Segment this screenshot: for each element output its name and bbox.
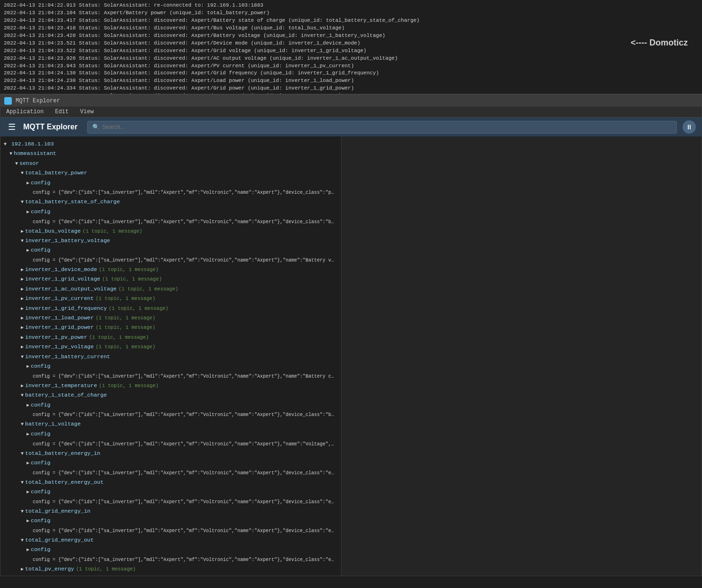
log-line: 2022-04-13 21:04:23.522 Status: SolarAss… [4,47,698,55]
tree-node-total_battery_energy_out[interactable]: ▼total_battery_energy_out [0,478,341,487]
expand-icon-config_tbein: ▶ [25,460,31,467]
search-input[interactable] [102,124,672,130]
expand-icon-inverter_1_pv_power: ▶ [19,334,25,342]
tree-node-config_bv[interactable]: ▶config [0,429,341,439]
menu-view[interactable]: View [78,108,96,116]
expand-icon-config_tbsoc: ▶ [25,208,31,216]
tree-node-total_battery_energy_in[interactable]: ▼total_battery_energy_in [0,449,341,458]
tree-node-total_battery_power[interactable]: ▼total_battery_power [0,168,341,178]
search-icon: 🔍 [92,124,99,131]
tree-config-config_tbein: config = {"dev":{"ids":["sa_inverter"],"… [0,468,341,477]
tree-node-sensor[interactable]: ▼sensor [0,159,341,168]
expand-icon-total_battery_energy_in: ▼ [19,450,25,458]
search-box: 🔍 [87,121,677,134]
tree-node-battery_1_voltage[interactable]: ▼battery_1_voltage [0,419,341,429]
toolbar: ☰ MQTT Explorer 🔍 ⏸ [0,118,702,136]
tree-node-config_tbsoc[interactable]: ▶config [0,207,341,217]
tree-node-config_tbeout[interactable]: ▶config [0,487,341,497]
tree-panel[interactable]: ▼ 192.168.1.103▼homeassistant▼sensor▼tot… [0,136,342,576]
tree-config-config_bsoc: config = {"dev":{"ids":["sa_inverter"],"… [0,410,341,419]
log-line: 2022-04-13 21:04:24.130 Status: SolarAss… [4,70,698,77]
expand-icon-total_grid_energy_out: ▼ [19,537,25,544]
tree-node-inverter_1_device_mode[interactable]: ▶inverter_1_device_mode(1 topic, 1 messa… [0,265,341,274]
tree-node-config_bsoc[interactable]: ▶config [0,400,341,410]
pause-button[interactable]: ⏸ [683,120,696,134]
tree-node-inverter_1_grid_power[interactable]: ▶inverter_1_grid_power(1 topic, 1 messag… [0,323,341,332]
tree-config-config_tgein: config = {"dev":{"ids":["sa_inverter"],"… [0,526,341,535]
log-line: 2022-04-13 21:04:23.417 Status: SolarAss… [4,17,698,25]
domoticz-label: <---- Domoticz [631,38,688,48]
tree-node-inverter_1_ac_output_voltage[interactable]: ▶inverter_1_ac_output_voltage(1 topic, 1… [0,284,341,294]
tree-node-inverter_1_pv_power[interactable]: ▶inverter_1_pv_power(1 topic, 1 message) [0,333,341,342]
log-line: 2022-04-13 21:04:24.543 Status: SolarAss… [4,92,698,95]
tree-node-inverter_1_pv_voltage[interactable]: ▶inverter_1_pv_voltage(1 topic, 1 messag… [0,342,341,352]
expand-icon-config_tbp: ▶ [25,180,31,187]
log-line: 2022-04-13 21:04:23.104 Status: Axpert/B… [4,9,698,17]
tree-node-total_pv_energy[interactable]: ▶total_pv_energy(1 topic, 1 message) [0,564,341,574]
expand-icon-battery_1_state_of_charge: ▼ [19,392,25,399]
expand-icon-total_battery_energy_out: ▼ [19,479,25,487]
expand-icon-config_tgeout: ▶ [25,546,31,554]
mqtt-window: MQTT Explorer Application Edit View ☰ MQ… [0,95,702,576]
mqtt-menubar[interactable]: Application Edit View [0,107,702,118]
log-lines: 2022-04-13 21:04:22.913 Status: SolarAss… [4,2,698,95]
tree-node-inverter_1_grid_voltage[interactable]: ▶inverter_1_grid_voltage(1 topic, 1 mess… [0,274,341,284]
tree-node-total_grid_energy_in[interactable]: ▼total_grid_energy_in [0,507,341,516]
tree-node-inverter_1_battery_current[interactable]: ▼inverter_1_battery_current [0,352,341,362]
expand-icon-homeassistant: ▼ [8,150,14,158]
log-line: 2022-04-13 21:04:24.230 Status: SolarAss… [4,77,698,85]
expand-icon-inverter_1_battery_voltage: ▼ [19,237,25,245]
expand-icon-total_pv_energy: ▶ [19,566,25,573]
tree-node-total_bus_voltage[interactable]: ▶total_bus_voltage(1 topic, 1 message) [0,226,341,236]
main-content: ▼ 192.168.1.103▼homeassistant▼sensor▼tot… [0,136,702,576]
log-line: 2022-04-13 21:04:23.926 Status: SolarAss… [4,55,698,63]
expand-icon-inverter_1_pv_voltage: ▶ [19,344,25,351]
tree-node-inverter_1_load_power[interactable]: ▶inverter_1_load_power(1 topic, 1 messag… [0,313,341,323]
log-panel: 2022-04-13 21:04:22.913 Status: SolarAss… [0,0,702,95]
tree-config-config_bv: config = {"dev":{"ids":["sa_inverter"],"… [0,439,341,448]
tree-config-config_tgeout: config = {"dev":{"ids":["sa_inverter"],"… [0,555,341,564]
tree-node-status_online[interactable]: status = online [0,574,341,576]
tree-node-inverter_1_pv_current[interactable]: ▶inverter_1_pv_current(1 topic, 1 messag… [0,294,341,303]
menu-edit[interactable]: Edit [53,108,71,116]
tree-root[interactable]: ▼ 192.168.1.103 [0,139,341,149]
log-line: 2022-04-13 21:04:23.521 Status: SolarAss… [4,40,698,47]
tree-node-config_tgein[interactable]: ▶config [0,516,341,525]
tree-node-inverter_1_temperature[interactable]: ▶inverter_1_temperature(1 topic, 1 messa… [0,381,341,390]
app-title-label: MQTT Explorer [23,123,78,131]
expand-icon-config_tbeout: ▶ [25,488,31,496]
tree-node-total_grid_energy_out[interactable]: ▼total_grid_energy_out [0,535,341,545]
tree-node-battery_1_state_of_charge[interactable]: ▼battery_1_state_of_charge [0,390,341,400]
expand-icon-inverter_1_battery_current: ▼ [19,353,25,361]
log-line: 2022-04-13 21:04:22.913 Status: SolarAss… [4,2,698,9]
tree-node-config_tgeout[interactable]: ▶config [0,545,341,554]
window-title: MQTT Explorer [16,98,60,104]
tree-node-config_tbp[interactable]: ▶config [0,178,341,188]
tree-config-config_ibc: config = {"dev":{"ids":["sa_inverter"],"… [0,371,341,380]
expand-icon-inverter_1_ac_output_voltage: ▶ [19,286,25,293]
expand-icon-config_bv: ▶ [25,431,31,438]
tree-node-inverter_1_grid_frequency[interactable]: ▶inverter_1_grid_frequency(1 topic, 1 me… [0,304,341,313]
expand-icon-inverter_1_temperature: ▶ [19,382,25,390]
tree-node-config_tbein[interactable]: ▶config [0,458,341,468]
tree-node-config_ibv[interactable]: ▶config [0,245,341,255]
expand-icon-inverter_1_load_power: ▶ [19,315,25,322]
tree-config-config_ibv: config = {"dev":{"ids":["sa_inverter"],"… [0,255,341,265]
expand-icon-total_grid_energy_in: ▼ [19,508,25,516]
menu-application[interactable]: Application [4,108,45,116]
tree-config-config_tbp: config = {"dev":{"ids":["sa_inverter"],"… [0,188,341,197]
hamburger-button[interactable]: ☰ [6,122,18,132]
tree-node-config_ibc[interactable]: ▶config [0,362,341,371]
expand-icon-config_tgein: ▶ [25,517,31,525]
expand-icon-battery_1_voltage: ▼ [19,421,25,428]
tree-node-homeassistant[interactable]: ▼homeassistant [0,149,341,158]
expand-icon-total_battery_state_of_charge: ▼ [19,199,25,206]
expand-icon-inverter_1_pv_current: ▶ [19,295,25,303]
tree-node-inverter_1_battery_voltage[interactable]: ▼inverter_1_battery_voltage [0,236,341,245]
expand-icon-total_battery_power: ▼ [19,170,25,177]
tree-node-total_battery_state_of_charge[interactable]: ▼total_battery_state_of_charge [0,197,341,207]
log-line: 2022-04-13 21:04:23.943 Status: SolarAss… [4,63,698,70]
expand-icon-config_bsoc: ▶ [25,402,31,409]
expand-icon-config_ibc: ▶ [25,363,31,371]
expand-icon-inverter_1_device_mode: ▶ [19,266,25,274]
